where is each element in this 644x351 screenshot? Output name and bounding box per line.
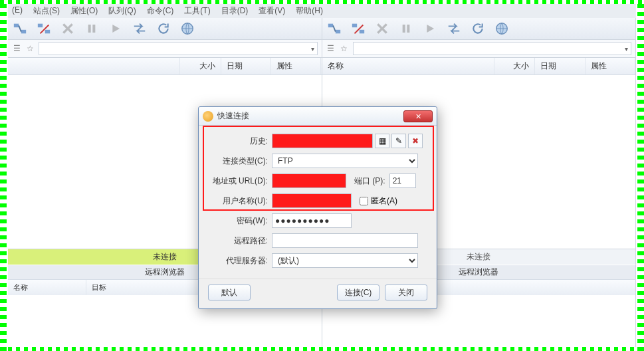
menu-queue[interactable]: 队列(Q) (108, 5, 136, 17)
addr-label: 地址或 URL(D): (208, 176, 268, 187)
svg-rect-5 (88, 25, 91, 33)
star-icon[interactable]: ☆ (25, 44, 35, 53)
col-attr[interactable]: 属性 (586, 58, 635, 74)
transfer-icon[interactable] (132, 21, 148, 37)
history-delete-icon[interactable]: ✖ (408, 134, 423, 148)
svg-rect-11 (359, 30, 364, 34)
password-label: 密码(W): (208, 215, 268, 227)
anonymous-checkbox[interactable] (360, 197, 368, 205)
play-icon[interactable] (108, 21, 124, 37)
menubar[interactable]: (E) 站点(S) 属性(O) 队列(Q) 命令(C) 工具(T) 目录(D) … (8, 4, 636, 18)
anonymous-label: 匿名(A) (371, 195, 397, 207)
menu-help[interactable]: 帮助(H) (296, 5, 323, 17)
svg-rect-13 (402, 25, 405, 33)
refresh-icon[interactable] (470, 21, 486, 37)
svg-rect-6 (92, 25, 95, 33)
close-dialog-button[interactable]: 关闭 (385, 285, 427, 300)
connect-icon[interactable] (12, 21, 28, 37)
qcol-target[interactable]: 目标 (86, 280, 212, 295)
play-icon[interactable] (422, 21, 438, 37)
path-combo-left[interactable]: ▾ (39, 42, 318, 55)
port-input[interactable] (389, 174, 416, 188)
col-attr[interactable]: 属性 (271, 58, 321, 74)
star-icon[interactable]: ☆ (340, 44, 349, 53)
history-label: 历史: (208, 136, 268, 147)
close-button[interactable]: ✕ (403, 110, 433, 122)
cancel-icon[interactable] (374, 21, 390, 37)
proxy-label: 代理服务器: (208, 255, 268, 267)
path-combo-right[interactable]: ▾ (353, 42, 632, 55)
proxy-select[interactable]: (默认) (272, 253, 418, 268)
svg-rect-3 (45, 30, 50, 34)
tree-icon[interactable]: ☰ (326, 44, 336, 53)
svg-rect-8 (328, 24, 332, 28)
cancel-icon[interactable] (60, 21, 76, 37)
svg-rect-0 (14, 24, 19, 28)
menu-tools[interactable]: 工具(T) (184, 5, 210, 17)
col-date[interactable]: 日期 (535, 58, 585, 74)
quick-connect-dialog: 快速连接 ✕ 历史: .80 ▦ ✎ ✖ 连接类型(C): FTP 地址或 UR… (198, 106, 437, 309)
col-size[interactable]: 大小 (180, 58, 221, 74)
address-input[interactable] (272, 174, 346, 188)
default-button[interactable]: 默认 (208, 285, 251, 300)
pause-icon[interactable] (84, 21, 100, 37)
app-icon (203, 111, 213, 122)
svg-rect-10 (352, 24, 356, 28)
address-bar: ☰ ☆ ▾ ☰ ☆ ▾ (8, 40, 636, 58)
refresh-icon[interactable] (156, 21, 171, 37)
transfer-icon[interactable] (446, 21, 462, 37)
svg-rect-1 (21, 30, 26, 34)
col-date[interactable]: 日期 (221, 58, 271, 74)
qcol-name[interactable]: 名称 (8, 280, 86, 295)
column-headers-left[interactable]: 大小 日期 属性 (8, 58, 322, 75)
connect-button[interactable]: 连接(C) (337, 285, 379, 300)
svg-rect-9 (335, 30, 340, 34)
remote-path-input[interactable] (272, 233, 418, 248)
menu-command[interactable]: 命令(C) (147, 5, 174, 17)
menu-directory[interactable]: 目录(D) (221, 5, 249, 17)
svg-rect-14 (407, 25, 409, 33)
menu-view[interactable]: 查看(V) (259, 5, 285, 17)
connect-icon[interactable] (326, 21, 342, 37)
password-input[interactable] (272, 213, 352, 228)
svg-rect-2 (38, 24, 43, 28)
pause-icon[interactable] (398, 21, 414, 37)
remote-path-label: 远程路径: (208, 235, 268, 247)
conn-type-label: 连接类型(C): (208, 156, 268, 167)
conn-type-select[interactable]: FTP (272, 154, 418, 168)
history-edit-icon[interactable]: ✎ (391, 134, 406, 148)
menu-properties[interactable]: 属性(O) (70, 5, 98, 17)
col-name[interactable] (8, 58, 180, 74)
globe-icon[interactable] (494, 21, 510, 37)
disconnect-icon[interactable] (350, 21, 366, 37)
dialog-title: 快速连接 (217, 110, 403, 122)
history-select[interactable]: .80 (272, 134, 373, 148)
globe-icon[interactable] (179, 21, 195, 37)
column-headers-right[interactable]: 名称 大小 日期 属性 (322, 58, 636, 75)
col-name[interactable]: 名称 (322, 58, 494, 74)
user-label: 用户名称(U): (208, 195, 268, 207)
toolbar (8, 18, 636, 40)
tree-icon[interactable]: ☰ (12, 44, 21, 53)
col-size[interactable]: 大小 (494, 58, 535, 74)
disconnect-icon[interactable] (36, 21, 52, 37)
port-label: 端口 (P): (354, 176, 385, 187)
history-save-icon[interactable]: ▦ (375, 134, 389, 148)
menu-edit[interactable]: (E) (12, 5, 23, 17)
dialog-titlebar[interactable]: 快速连接 ✕ (199, 107, 437, 126)
menu-site[interactable]: 站点(S) (33, 5, 60, 17)
username-input[interactable] (272, 193, 352, 208)
